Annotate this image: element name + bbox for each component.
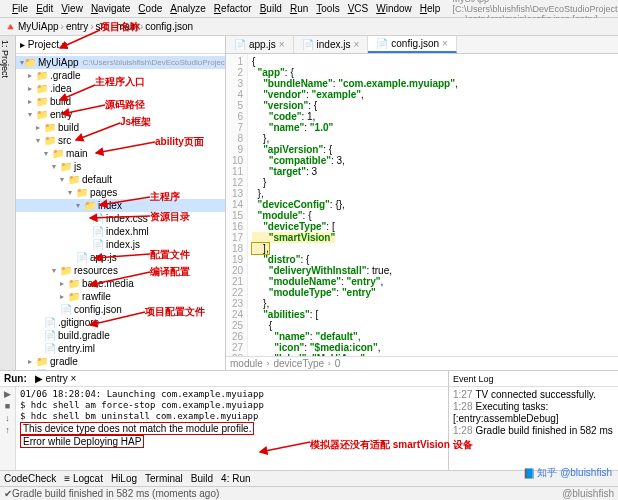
breadcrumb-seg[interactable]: MyUiApp [18, 21, 59, 32]
breadcrumb-seg[interactable]: main [116, 21, 138, 32]
file-icon: 📁 [36, 109, 48, 120]
tree-item[interactable]: ▸ 📁 .gradle [16, 69, 225, 82]
run-title: Run: [4, 373, 27, 384]
caret-icon[interactable]: ▾ [52, 162, 60, 171]
breadcrumb[interactable]: MyUiApp›entry›src›main›config.json [18, 21, 193, 32]
menu-refactor[interactable]: Refactor [210, 3, 256, 14]
menu-help[interactable]: Help [416, 3, 445, 14]
tree-item[interactable]: 📄 app.js [16, 251, 225, 264]
event-log-body[interactable]: 1:27TV connected successfully.1:28Execut… [449, 387, 618, 470]
caret-icon[interactable]: ▸ [28, 71, 36, 80]
caret-icon[interactable] [36, 331, 44, 340]
bottom-tool-strip[interactable]: CodeCheck≡ LogcatHiLogTerminalBuild4: Ru… [0, 470, 618, 486]
tree-item[interactable]: 📄 .gitignore [16, 368, 225, 370]
tree-label: build.gradle [58, 330, 110, 341]
breadcrumb-seg[interactable]: src [96, 21, 109, 32]
tree-item[interactable]: ▸ 📁 .idea [16, 82, 225, 95]
toolstrip-item[interactable]: ≡ Logcat [64, 473, 103, 484]
caret-icon[interactable] [84, 214, 92, 223]
menu-code[interactable]: Code [134, 3, 166, 14]
toolstrip-item[interactable]: Terminal [145, 473, 183, 484]
breadcrumb-seg[interactable]: config.json [145, 21, 193, 32]
close-icon[interactable]: × [279, 39, 285, 50]
tree-item[interactable]: ▾ 📁 default [16, 173, 225, 186]
caret-icon[interactable]: ▸ [60, 292, 68, 301]
toolbar: 🔺 MyUiApp›entry›src›main›config.json [0, 18, 618, 36]
caret-icon[interactable]: ▸ [28, 97, 36, 106]
caret-icon[interactable]: ▸ [36, 123, 44, 132]
caret-icon[interactable]: ▾ [28, 110, 36, 119]
close-icon[interactable]: × [353, 39, 359, 50]
tree-item[interactable]: ▾ 📁 main [16, 147, 225, 160]
menu-navigate[interactable]: Navigate [87, 3, 134, 14]
menu-analyze[interactable]: Analyze [166, 3, 210, 14]
tree-item[interactable]: 📄 build.gradle [16, 329, 225, 342]
breadcrumb-seg[interactable]: entry [66, 21, 88, 32]
menu-build[interactable]: Build [256, 3, 286, 14]
toolstrip-item[interactable]: HiLog [111, 473, 137, 484]
caret-icon[interactable]: ▾ [36, 136, 44, 145]
down-icon[interactable]: ↓ [5, 413, 10, 423]
caret-icon[interactable]: ▸ [28, 357, 36, 366]
menu-vcs[interactable]: VCS [344, 3, 373, 14]
caret-icon[interactable] [84, 240, 92, 249]
up-icon[interactable]: ↑ [5, 425, 10, 435]
close-icon[interactable]: × [442, 38, 448, 49]
menu-tools[interactable]: Tools [312, 3, 343, 14]
editor-tab[interactable]: 📄 config.json × [368, 36, 457, 53]
editor-tab[interactable]: 📄 app.js × [226, 36, 294, 53]
tree-item[interactable]: ▸ 📁 gradle [16, 355, 225, 368]
caret-icon[interactable]: ▾ [68, 188, 76, 197]
toolstrip-item[interactable]: Build [191, 473, 213, 484]
stop-icon[interactable]: ■ [5, 401, 10, 411]
tree-item[interactable]: 📄 index.hml [16, 225, 225, 238]
tree-item[interactable]: 📄 .gitignore [16, 316, 225, 329]
tree-item[interactable]: ▾ 📁 resources [16, 264, 225, 277]
tree-item[interactable]: ▾ 📁 MyUiApp C:\Users\bluishfish\DevEcoSt… [16, 56, 225, 69]
tree-item[interactable]: ▾ 📁 index [16, 199, 225, 212]
project-dropdown[interactable]: ▸ Project ▾ [20, 39, 67, 50]
left-tool-strip[interactable]: 1: Project [0, 36, 16, 370]
menu-window[interactable]: Window [372, 3, 416, 14]
run-log[interactable]: 01/06 18:28:04: Launching com.example.my… [16, 387, 448, 470]
caret-icon[interactable] [68, 253, 76, 262]
menu-edit[interactable]: Edit [32, 3, 57, 14]
rerun-icon[interactable]: ▶ [4, 389, 11, 399]
caret-icon[interactable]: ▾ [76, 201, 84, 210]
tree-item[interactable]: ▾ 📁 src [16, 134, 225, 147]
caret-icon[interactable] [84, 227, 92, 236]
caret-icon[interactable]: ▸ [60, 279, 68, 288]
run-tab[interactable]: ▶ entry × [35, 373, 77, 384]
project-tree[interactable]: ▾ 📁 MyUiApp C:\Users\bluishfish\DevEcoSt… [16, 54, 225, 370]
toolstrip-item[interactable]: 4: Run [221, 473, 250, 484]
tree-item[interactable]: ▾ 📁 entry [16, 108, 225, 121]
tree-item[interactable]: 📄 entry.iml [16, 342, 225, 355]
caret-icon[interactable] [36, 344, 44, 353]
tree-item[interactable]: 📄 config.json [16, 303, 225, 316]
menu-view[interactable]: View [57, 3, 87, 14]
caret-icon[interactable]: ▾ [52, 266, 60, 275]
editor-breadcrumb[interactable]: module › deviceType › 0 [226, 356, 618, 370]
tree-item[interactable]: ▸ 📁 build [16, 95, 225, 108]
tree-item[interactable]: 📄 index.css [16, 212, 225, 225]
caret-icon[interactable]: ▾ [44, 149, 52, 158]
file-icon: 📄 [36, 369, 48, 370]
caret-icon[interactable] [52, 305, 60, 314]
tree-item[interactable]: ▾ 📁 js [16, 160, 225, 173]
run-toolbar[interactable]: ▶ ■ ↓ ↑ [0, 387, 16, 470]
caret-icon[interactable]: ▾ [60, 175, 68, 184]
menu-file[interactable]: File [8, 3, 32, 14]
tree-item[interactable]: ▸ 📁 rawfile [16, 290, 225, 303]
tree-item[interactable]: ▸ 📁 base.media [16, 277, 225, 290]
code-editor[interactable]: 1234567891011121314151617181920212223242… [226, 54, 618, 356]
caret-icon[interactable] [36, 318, 44, 327]
code-content[interactable]: { "app": { "bundleName": "com.example.my… [248, 54, 618, 356]
editor-tab[interactable]: 📄 index.js × [294, 36, 369, 53]
menu-run[interactable]: Run [286, 3, 312, 14]
caret-icon[interactable]: ▸ [28, 84, 36, 93]
tree-item[interactable]: 📄 index.js [16, 238, 225, 251]
toolstrip-item[interactable]: CodeCheck [4, 473, 56, 484]
tree-item[interactable]: ▾ 📁 pages [16, 186, 225, 199]
tree-label: resources [74, 265, 118, 276]
tree-item[interactable]: ▸ 📁 build [16, 121, 225, 134]
